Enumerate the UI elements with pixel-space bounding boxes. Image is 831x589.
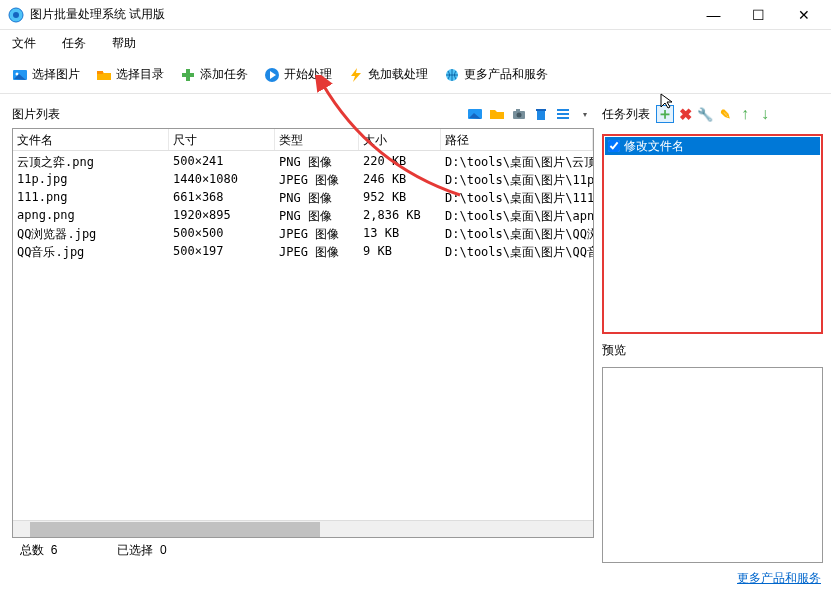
dropdown-icon[interactable]: ▾: [576, 105, 594, 123]
folder-icon: [96, 67, 112, 83]
window-title: 图片批量处理系统 试用版: [30, 6, 691, 23]
trash-icon[interactable]: [532, 105, 550, 123]
add-task-button[interactable]: 添加任务: [174, 62, 254, 87]
more-products-link[interactable]: 更多产品和服务: [737, 570, 821, 587]
list-row[interactable]: 云顶之弈.png500×241PNG 图像220 KBD:\tools\桌面\图…: [13, 151, 593, 169]
svg-rect-12: [516, 109, 520, 112]
scrollbar-thumb[interactable]: [30, 522, 320, 537]
toolbar-label: 选择图片: [32, 66, 80, 83]
down-icon[interactable]: ↓: [756, 105, 774, 123]
svg-rect-13: [537, 111, 545, 120]
svg-point-1: [13, 12, 19, 18]
svg-rect-15: [557, 109, 569, 111]
select-dir-button[interactable]: 选择目录: [90, 62, 170, 87]
svg-rect-14: [536, 109, 546, 111]
list-row[interactable]: QQ音乐.jpg500×197JPEG 图像9 KBD:\tools\桌面\图片…: [13, 241, 593, 259]
toolbar-label: 选择目录: [116, 66, 164, 83]
start-process-button[interactable]: 开始处理: [258, 62, 338, 87]
more-products-button[interactable]: 更多产品和服务: [438, 62, 554, 87]
toolbar-label: 开始处理: [284, 66, 332, 83]
toolbar-label: 免加载处理: [368, 66, 428, 83]
image-icon[interactable]: [466, 105, 484, 123]
svg-rect-4: [97, 71, 103, 74]
task-checkbox[interactable]: [608, 140, 620, 152]
svg-rect-16: [557, 113, 569, 115]
folder-icon[interactable]: [488, 105, 506, 123]
horizontal-scrollbar[interactable]: [13, 520, 593, 537]
right-panel: 任务列表 ＋ ✖ 🔧 ✎ ↑ ↓ 修改文件名 预览: [598, 94, 831, 567]
image-list: 文件名 尺寸 类型 大小 路径 云顶之弈.png500×241PNG 图像220…: [12, 128, 594, 538]
list-body[interactable]: 云顶之弈.png500×241PNG 图像220 KBD:\tools\桌面\图…: [13, 151, 593, 520]
play-icon: [264, 67, 280, 83]
up-icon[interactable]: ↑: [736, 105, 754, 123]
task-item-label: 修改文件名: [624, 138, 684, 155]
col-dims[interactable]: 尺寸: [169, 129, 275, 150]
svg-rect-6: [182, 73, 194, 77]
plus-icon: [180, 67, 196, 83]
menu-help[interactable]: 帮助: [108, 33, 140, 54]
left-panel: 图片列表 ▾ 文件名 尺寸 类型 大小 路径 云顶之弈.png500×241PN…: [0, 94, 598, 567]
toolbar-label: 更多产品和服务: [464, 66, 548, 83]
wrench-icon[interactable]: 🔧: [696, 105, 714, 123]
col-filename[interactable]: 文件名: [13, 129, 169, 150]
close-button[interactable]: ✕: [781, 1, 826, 29]
toolbar-label: 添加任务: [200, 66, 248, 83]
status-bar: 总数 6 已选择 0: [12, 538, 594, 563]
list-row[interactable]: QQ浏览器.jpg500×500JPEG 图像13 KBD:\tools\桌面\…: [13, 223, 593, 241]
image-list-label: 图片列表: [12, 106, 466, 123]
menu-bar: 文件 任务 帮助: [0, 30, 831, 56]
select-images-button[interactable]: 选择图片: [6, 62, 86, 87]
task-item-rename[interactable]: 修改文件名: [605, 137, 820, 155]
add-icon[interactable]: ＋: [656, 105, 674, 123]
col-size[interactable]: 大小: [359, 129, 441, 150]
status-selected: 已选择 0: [117, 542, 166, 559]
col-type[interactable]: 类型: [275, 129, 359, 150]
menu-task[interactable]: 任务: [58, 33, 90, 54]
list-row[interactable]: apng.png1920×895PNG 图像2,836 KBD:\tools\桌…: [13, 205, 593, 223]
svg-rect-17: [557, 117, 569, 119]
list-view-icon[interactable]: [554, 105, 572, 123]
task-list-label: 任务列表: [602, 106, 650, 123]
minimize-button[interactable]: —: [691, 1, 736, 29]
delete-icon[interactable]: ✖: [676, 105, 694, 123]
list-header[interactable]: 文件名 尺寸 类型 大小 路径: [13, 129, 593, 151]
wand-icon[interactable]: ✎: [716, 105, 734, 123]
col-path[interactable]: 路径: [441, 129, 593, 150]
preview-label: 预览: [602, 342, 823, 359]
globe-icon: [444, 67, 460, 83]
camera-icon[interactable]: [510, 105, 528, 123]
bolt-icon: [348, 67, 364, 83]
app-icon: [8, 7, 24, 23]
status-total: 总数 6: [20, 542, 57, 559]
title-bar: 图片批量处理系统 试用版 — ☐ ✕: [0, 0, 831, 30]
bottom-bar: 更多产品和服务: [0, 567, 831, 589]
preview-box: [602, 367, 823, 563]
list-row[interactable]: 11p.jpg1440×1080JPEG 图像246 KBD:\tools\桌面…: [13, 169, 593, 187]
image-icon: [12, 67, 28, 83]
toolbar: 选择图片 选择目录 添加任务 开始处理 免加载处理 更多产品和服务: [0, 56, 831, 94]
noload-process-button[interactable]: 免加载处理: [342, 62, 434, 87]
maximize-button[interactable]: ☐: [736, 1, 781, 29]
svg-point-11: [517, 113, 522, 118]
list-row[interactable]: 111.png661×368PNG 图像952 KBD:\tools\桌面\图片…: [13, 187, 593, 205]
task-list-box[interactable]: 修改文件名: [602, 134, 823, 334]
menu-file[interactable]: 文件: [8, 33, 40, 54]
